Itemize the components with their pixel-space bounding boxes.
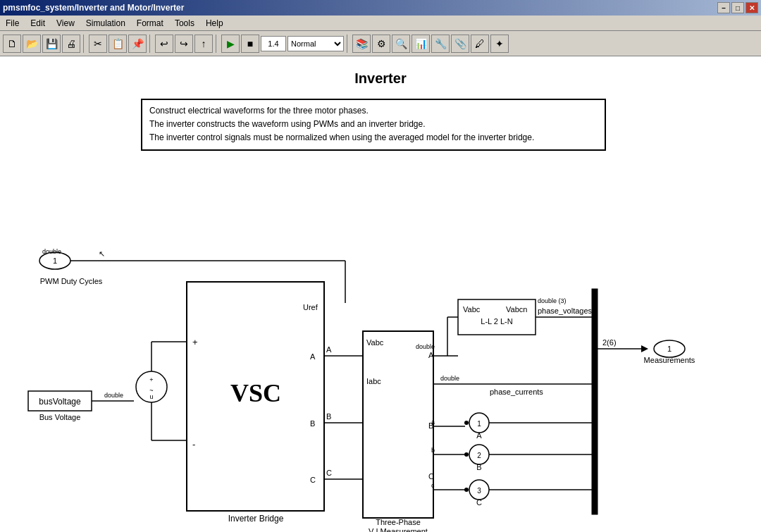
phase-currents-label: phase_currents [490, 388, 543, 396]
three-phase-label1: Three-Phase [376, 518, 421, 526]
extra3-button[interactable]: 🖊 [471, 35, 489, 53]
close-button[interactable]: ✕ [745, 2, 758, 13]
arrow-head [641, 345, 648, 352]
ac-plus: + [149, 376, 153, 383]
paste-button[interactable]: 📌 [128, 35, 147, 53]
plus-label: + [192, 337, 198, 347]
pwm-label: PWM Duty Cycles [40, 277, 103, 285]
maximize-button[interactable]: □ [731, 2, 744, 13]
bus-bar [592, 289, 598, 514]
dot-A [464, 421, 469, 425]
three-phase-block[interactable] [363, 331, 433, 518]
open-button[interactable]: 📂 [23, 35, 41, 53]
redo-button[interactable]: ↪ [175, 35, 193, 53]
nav-up-button[interactable]: ↑ [194, 35, 213, 53]
iabc-in-label: Iabc [366, 377, 381, 385]
minimize-button[interactable]: – [717, 2, 730, 13]
ac-minus: u [149, 393, 153, 400]
ll2ln-label: L-L 2 L-N [481, 317, 513, 326]
pwm-port-num: 1 [53, 256, 57, 265]
minus-label: - [192, 439, 195, 450]
menu-format[interactable]: Format [131, 17, 169, 30]
circle-C-label: C [476, 498, 482, 507]
menu-tools[interactable]: Tools [169, 17, 200, 30]
out-2-6-label: 2(6) [602, 338, 617, 347]
bus-voltage-label: Bus Voltage [39, 413, 81, 421]
dot-B [464, 452, 469, 457]
toolbar: 🗋 📂 💾 🖨 ✂ 📋 📌 ↩ ↪ ↑ ▶ ■ Normal Accelerat… [0, 31, 761, 56]
C-mid: C [326, 469, 332, 477]
menu-edit[interactable]: Edit [25, 17, 51, 30]
vabc-ll-in: Vabc [463, 305, 481, 314]
zoom-input[interactable] [261, 36, 286, 51]
print-button[interactable]: 🖨 [62, 35, 80, 53]
inverter-bridge-label: Inverter Bridge [228, 514, 284, 524]
dot-C [464, 488, 469, 492]
B-mid: B [326, 412, 331, 421]
double-iabc: double [440, 375, 459, 382]
title-bar: pmsmfoc_system/Inverter and Motor/Invert… [0, 0, 761, 16]
circle-B-num: 2 [477, 452, 481, 459]
save-button[interactable]: 💾 [42, 35, 61, 53]
menu-view[interactable]: View [51, 17, 80, 30]
phase-voltages-label: phase_voltages [538, 307, 593, 315]
new-button[interactable]: 🗋 [3, 35, 21, 53]
circle-A-num: 1 [477, 420, 481, 428]
debug-button[interactable]: 🔍 [392, 35, 410, 53]
double-3-label: double (3) [538, 297, 567, 304]
circle-A-label: A [476, 431, 482, 440]
vabcn-out: Vabcn [506, 305, 527, 314]
uref-label: Uref [303, 303, 318, 311]
sep4 [347, 35, 349, 53]
double-vabc: double [416, 343, 435, 350]
cursor: ↖ [99, 249, 105, 258]
copy-button[interactable]: 📋 [109, 35, 127, 53]
double-label-bus: double [104, 392, 123, 399]
bridge-A: A [310, 352, 316, 361]
diagram-svg: 1 double ↖ PWM Duty Cycles busVoltage Bu… [0, 56, 761, 532]
sep1 [83, 35, 86, 53]
stop-button[interactable]: ■ [241, 35, 259, 53]
C-right: C [428, 472, 434, 481]
bridge-C: C [310, 476, 316, 484]
diagram-canvas[interactable]: Inverter Construct electrical waveforms … [0, 56, 761, 532]
run-button[interactable]: ▶ [221, 35, 240, 53]
bus-voltage-text: busVoltage [39, 397, 81, 407]
undo-button[interactable]: ↩ [155, 35, 173, 53]
measurements-label: Measurements [644, 356, 695, 364]
menu-simulation[interactable]: Simulation [80, 17, 131, 30]
extra2-button[interactable]: 📎 [451, 35, 469, 53]
sep2 [149, 35, 152, 53]
lib-button[interactable]: 📚 [352, 35, 371, 53]
sep3 [216, 35, 218, 53]
circle-B-label: B [476, 463, 481, 471]
double-label-pwm: double [42, 248, 61, 255]
menu-bar: File Edit View Simulation Format Tools H… [0, 16, 761, 31]
A-mid: A [326, 345, 332, 354]
vsc-text: VSC [230, 379, 281, 407]
title-bar-text: pmsmfoc_system/Inverter and Motor/Invert… [3, 3, 184, 13]
circle-C-num: 3 [477, 487, 481, 495]
sim-button[interactable]: ⚙ [372, 35, 390, 53]
title-bar-controls[interactable]: – □ ✕ [717, 2, 758, 13]
bridge-B: B [310, 419, 315, 428]
menu-file[interactable]: File [0, 17, 25, 30]
vabc-in-label: Vabc [366, 338, 384, 347]
b-small: b [431, 447, 435, 454]
A-right: A [428, 351, 434, 359]
extra1-button[interactable]: 🔧 [431, 35, 450, 53]
app-title: pmsmfoc_system/Inverter and Motor/Invert… [3, 3, 184, 13]
scope-button[interactable]: 📊 [412, 35, 430, 53]
c-small: c [431, 482, 435, 489]
cut-button[interactable]: ✂ [89, 35, 107, 53]
extra4-button[interactable]: ✦ [490, 35, 509, 53]
mode-select[interactable]: Normal Accelerator [287, 36, 344, 51]
three-phase-label2: V-I Measurement [369, 527, 428, 532]
menu-help[interactable]: Help [200, 17, 229, 30]
output-port-num: 1 [667, 345, 672, 353]
a-small: a [431, 419, 435, 426]
